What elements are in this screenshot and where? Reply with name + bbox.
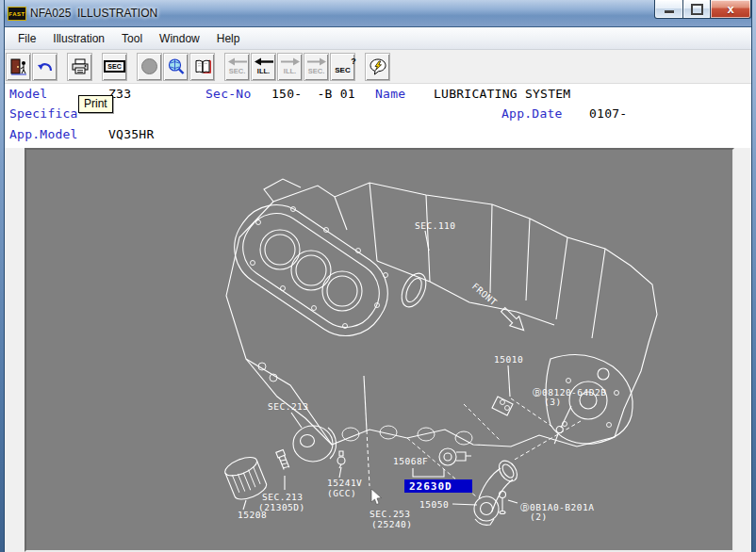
engine-illustration: SEC.110FRONT15010Ⓑ08120-64D2B(3)SEC.2131… <box>26 150 732 550</box>
svg-text:15068F: 15068F <box>393 456 428 466</box>
svg-text:15050: 15050 <box>419 499 449 510</box>
svg-text:SEC.110: SEC.110 <box>415 220 456 231</box>
svg-text:(2): (2) <box>530 511 548 522</box>
exit-button[interactable] <box>6 53 31 81</box>
arrow-right-icon <box>306 57 327 66</box>
prev-ill-label: ILL. <box>257 67 270 75</box>
menu-item-file[interactable]: File <box>9 29 44 48</box>
sec-no-value: 150- -B 01 <box>271 87 355 101</box>
svg-text:22630D: 22630D <box>409 480 452 493</box>
help-balloon-icon <box>369 57 387 76</box>
arrow-right-icon <box>280 57 301 66</box>
svg-text:(GCC): (GCC) <box>327 488 356 498</box>
catalog-button[interactable] <box>189 53 215 81</box>
svg-text:15208: 15208 <box>238 510 267 520</box>
print-tooltip: Print <box>78 95 113 113</box>
undo-button[interactable] <box>32 53 58 81</box>
next-sec-label: SEC. <box>308 67 325 75</box>
name-value: LUBRICATING SYSTEM <box>434 87 570 101</box>
maximize-button[interactable] <box>682 0 711 19</box>
menu-item-window[interactable]: Window <box>151 29 208 48</box>
arrow-left-icon <box>227 57 248 66</box>
application-window: FAST NFA025 ILLUSTRATION x File Illustra… <box>0 0 756 552</box>
name-label: Name <box>375 87 405 101</box>
mark-button[interactable] <box>137 53 162 81</box>
fast-logo-text: FAST <box>8 11 25 17</box>
sec-search-button[interactable]: SEC? <box>330 53 355 81</box>
close-icon: x <box>727 1 733 17</box>
close-button[interactable]: x <box>710 0 751 19</box>
svg-text:(3): (3) <box>544 397 562 407</box>
illustration-panel[interactable]: SEC.110FRONT15010Ⓑ08120-64D2B(3)SEC.2131… <box>25 148 734 552</box>
sec-no-label: Sec-No <box>205 87 251 101</box>
app-model-label: App.Model <box>9 127 78 141</box>
window-controls: x <box>655 0 751 19</box>
next-ill-label: ILL. <box>284 67 296 75</box>
menu-item-help[interactable]: Help <box>208 29 249 48</box>
menu-item-tool[interactable]: Tool <box>113 29 151 48</box>
app-date-value: 0107- <box>589 106 627 121</box>
undo-arrow-icon <box>36 57 55 76</box>
svg-text:15010: 15010 <box>494 354 523 365</box>
minimize-icon <box>665 10 674 13</box>
window-border-left <box>0 0 5 552</box>
maximize-icon <box>691 4 703 15</box>
svg-text:15241V: 15241V <box>327 478 362 488</box>
sec-button[interactable]: SEC <box>102 53 127 81</box>
window-title: NFA025 ILLUSTRATION <box>30 7 157 20</box>
window-border-right <box>751 0 756 552</box>
help-button[interactable] <box>365 53 390 81</box>
svg-text:SEC.213: SEC.213 <box>268 401 309 412</box>
model-label: Model <box>9 87 47 101</box>
app-date-label: App.Date <box>501 106 563 121</box>
magnifier-icon <box>167 57 186 76</box>
menu-bar: File Illustration Tool Window Help <box>4 27 752 50</box>
exit-door-icon <box>9 57 28 76</box>
svg-text:(25240): (25240) <box>371 519 413 529</box>
prev-sec-label: SEC. <box>229 67 246 75</box>
open-book-icon <box>193 57 212 76</box>
sec-question-icon: SEC? <box>335 59 350 74</box>
app-model-value: VQ35HR <box>108 127 154 141</box>
title-bar[interactable]: FAST NFA025 ILLUSTRATION x <box>0 0 756 27</box>
next-ill-button[interactable]: ILL. <box>277 53 303 81</box>
toolbar: SEC SEC. <box>4 50 752 84</box>
specification-label: Specifica <box>9 106 78 121</box>
svg-text:SEC.253: SEC.253 <box>370 509 411 519</box>
gray-circle-icon <box>141 58 157 74</box>
illustration-labels[interactable]: SEC.110FRONT15010Ⓑ08120-64D2B(3)SEC.2131… <box>238 220 606 529</box>
prev-sec-button[interactable]: SEC. <box>224 53 250 81</box>
arrow-left-icon <box>254 57 274 66</box>
prev-ill-button[interactable]: ILL. <box>251 53 276 81</box>
menu-item-illustration[interactable]: Illustration <box>44 29 113 48</box>
mouse-cursor-icon <box>371 489 382 505</box>
next-sec-button[interactable]: SEC. <box>304 53 329 81</box>
sec-box-icon: SEC <box>104 60 124 73</box>
svg-text:SEC.213: SEC.213 <box>262 492 304 502</box>
fast-logo-icon: FAST <box>8 7 26 21</box>
print-button[interactable] <box>67 53 92 81</box>
minimize-button[interactable] <box>654 0 683 19</box>
printer-icon <box>71 57 90 76</box>
header-fields: Model Z33 Sec-No 150- -B 01 Name LUBRICA… <box>4 84 752 148</box>
zoom-button[interactable] <box>163 53 189 81</box>
front-arrow-icon <box>499 305 529 335</box>
